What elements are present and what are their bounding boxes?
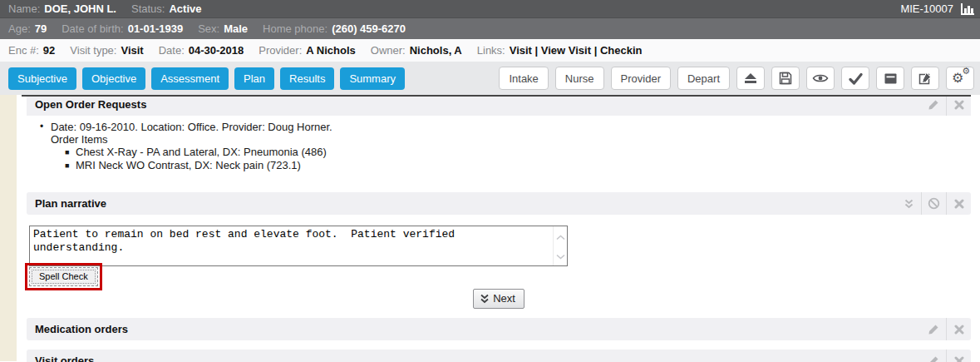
enc-value: 92	[43, 44, 55, 57]
save-icon	[778, 71, 793, 86]
open-orders-section-header[interactable]: Open Order Requests	[27, 95, 971, 116]
edit-note-button[interactable]	[911, 67, 939, 90]
owner-value: Nichols, A	[410, 44, 462, 57]
order-items-label: Order Items	[51, 133, 108, 146]
plan-narrative-textarea[interactable]: Patient to remain on bed rest and elevat…	[29, 226, 568, 266]
open-orders-title: Open Order Requests	[35, 98, 146, 111]
eye-button[interactable]	[806, 67, 835, 90]
plan-narrative-section: Plan narrative	[27, 192, 971, 309]
age-label: Age:	[8, 22, 31, 35]
order-date-line: Date: 09-16-2010. Location: Office. Prov…	[51, 121, 332, 133]
provider-label: Provider:	[259, 44, 302, 57]
order-item: ■ MRI Neck WO Contrast, DX: Neck pain (7…	[65, 159, 971, 172]
owner-label: Owner:	[371, 44, 406, 57]
links-label: Links:	[477, 44, 505, 57]
edit-note-icon	[918, 71, 933, 86]
depart-button[interactable]: Depart	[677, 67, 730, 90]
medication-orders-section-header[interactable]: Medication orders	[27, 318, 971, 340]
plan-narrative-section-header[interactable]: Plan narrative	[27, 192, 971, 215]
sex-label: Sex:	[198, 22, 219, 35]
eject-icon	[743, 72, 758, 85]
patient-status: Active	[169, 2, 201, 15]
intake-button[interactable]: Intake	[499, 67, 548, 90]
age-value: 79	[35, 22, 47, 35]
close-icon[interactable]	[946, 318, 971, 340]
tab-objective[interactable]: Objective	[82, 67, 145, 90]
square-bullet-icon: ■	[65, 159, 76, 172]
archive-icon	[884, 72, 898, 85]
date-value: 04-30-2018	[189, 44, 244, 57]
plan-narrative-title: Plan narrative	[35, 197, 106, 210]
visit-type-value: Visit	[121, 44, 143, 57]
bar-chart-icon[interactable]	[960, 2, 975, 16]
dob-label: Date of birth:	[62, 22, 123, 35]
check-icon	[849, 72, 863, 85]
home-phone-label: Home phone:	[263, 22, 327, 35]
provider-button[interactable]: Provider	[611, 67, 671, 90]
settings-button[interactable]: ⚙ ⚙	[946, 67, 974, 90]
tab-plan[interactable]: Plan	[234, 67, 274, 90]
scroll-up-icon[interactable]	[556, 229, 565, 244]
gears-icon: ⚙ ⚙	[952, 70, 968, 87]
bullet-icon: •	[40, 121, 51, 133]
nurse-button[interactable]: Nurse	[555, 67, 604, 90]
home-phone-value: (260) 459-6270	[332, 22, 406, 35]
double-chevron-down-icon	[480, 294, 490, 304]
visit-orders-title: Visit orders	[35, 355, 94, 362]
pencil-icon[interactable]	[921, 95, 946, 116]
check-button[interactable]	[841, 67, 869, 90]
pencil-icon[interactable]	[921, 350, 946, 362]
encounter-content: Open Order Requests • Date: 09-16-2010. …	[0, 95, 980, 361]
plan-narrative-text: Patient to remain on bed rest and elevat…	[30, 226, 567, 256]
status-label: Status:	[131, 2, 165, 15]
demographics-bar: Age: 79 Date of birth: 01-01-1939 Sex: M…	[0, 18, 980, 39]
enc-label: Enc #:	[8, 44, 39, 57]
medication-orders-title: Medication orders	[35, 323, 128, 335]
visit-type-label: Visit type:	[70, 44, 116, 57]
spell-check-highlight-box: Spell Check	[25, 263, 102, 290]
chart-id: MIE-10007	[900, 2, 953, 15]
toolbar: Subjective Objective Assessment Plan Res…	[0, 62, 980, 95]
close-icon[interactable]	[946, 192, 971, 215]
dob-value: 01-01-1939	[128, 22, 184, 35]
eye-icon	[812, 72, 829, 84]
scroll-down-icon[interactable]	[556, 248, 565, 263]
provider-value: A Nichols	[306, 44, 355, 57]
collapse-double-chevron-icon[interactable]	[896, 192, 921, 215]
pencil-icon[interactable]	[921, 318, 946, 340]
left-margin-strip	[0, 95, 17, 361]
patient-name-bar: Name: DOE, JOHN L. Status: Active MIE-10…	[0, 0, 980, 18]
spell-check-button[interactable]: Spell Check	[29, 267, 98, 286]
date-label: Date:	[159, 44, 185, 57]
archive-button[interactable]	[876, 67, 904, 90]
textarea-scrollbar[interactable]	[553, 226, 567, 265]
visit-orders-section-header[interactable]: Visit orders	[27, 350, 971, 362]
close-icon[interactable]	[946, 95, 971, 116]
patient-name: DOE, JOHN L.	[44, 2, 116, 15]
next-button[interactable]: Next	[473, 289, 524, 309]
eject-button[interactable]	[736, 67, 765, 90]
open-orders-body: • Date: 09-16-2010. Location: Office. Pr…	[27, 116, 971, 182]
open-orders-header-clip: Open Order Requests	[22, 95, 971, 116]
tab-subjective[interactable]: Subjective	[8, 67, 76, 90]
close-icon[interactable]	[946, 350, 971, 362]
tab-assessment[interactable]: Assessment	[151, 67, 229, 90]
encounter-links[interactable]: Visit | View Visit | Checkin	[510, 44, 643, 57]
order-item: ■ Chest X-Ray - PA and Lateral, DX: Pneu…	[65, 146, 971, 159]
name-label: Name:	[8, 2, 40, 15]
sex-value: Male	[224, 22, 248, 35]
tab-results[interactable]: Results	[280, 67, 334, 90]
disable-circle-slash-icon[interactable]	[921, 192, 946, 215]
square-bullet-icon: ■	[65, 146, 76, 159]
encounter-bar: Enc #: 92 Visit type: Visit Date: 04-30-…	[0, 39, 980, 62]
tab-summary[interactable]: Summary	[340, 67, 405, 90]
save-button[interactable]	[771, 67, 800, 90]
